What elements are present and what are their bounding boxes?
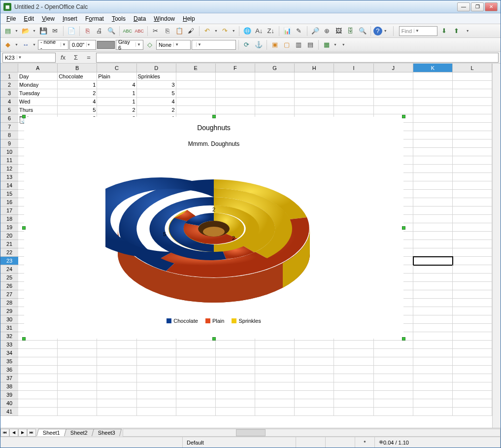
toolbar-overflow-icon[interactable]: ▼ xyxy=(341,43,346,46)
cell[interactable] xyxy=(413,282,453,290)
cell[interactable] xyxy=(137,341,176,349)
horizontal-scrollbar[interactable] xyxy=(123,429,501,437)
paste-button[interactable]: 📋 xyxy=(174,26,185,36)
menu-format[interactable]: Format xyxy=(81,14,108,23)
cell[interactable] xyxy=(295,382,334,391)
cell[interactable] xyxy=(255,341,295,349)
print-button[interactable]: 🖨 xyxy=(94,26,105,36)
find-replace-button[interactable]: 🔎 xyxy=(310,26,321,36)
cell[interactable] xyxy=(334,89,373,98)
row-header[interactable]: 33 xyxy=(0,341,18,349)
cell[interactable] xyxy=(295,408,334,416)
cell[interactable] xyxy=(176,81,216,89)
cell[interactable] xyxy=(374,72,413,81)
cell[interactable] xyxy=(453,366,492,374)
cell[interactable]: 2 xyxy=(58,89,97,98)
cell[interactable] xyxy=(295,366,334,374)
sum-button[interactable]: Σ xyxy=(70,52,81,63)
cell[interactable] xyxy=(137,399,176,408)
cell[interactable] xyxy=(453,274,492,282)
status-page-style[interactable]: Default xyxy=(183,437,296,448)
find-prev-button[interactable]: ⬇ xyxy=(439,26,450,36)
cell[interactable] xyxy=(413,248,453,257)
cell[interactable] xyxy=(176,408,216,416)
cell[interactable] xyxy=(97,391,136,399)
cell[interactable] xyxy=(453,315,492,324)
zoom-button[interactable]: 🔍 xyxy=(357,26,368,36)
gallery-button[interactable]: 🖼 xyxy=(334,26,344,36)
cell[interactable] xyxy=(216,391,255,399)
formula-input[interactable] xyxy=(96,53,499,63)
cell[interactable] xyxy=(453,139,492,148)
cell[interactable] xyxy=(216,382,255,391)
cell[interactable]: Sprinkles xyxy=(137,72,176,81)
menu-tools[interactable]: Tools xyxy=(108,14,130,23)
cell[interactable] xyxy=(413,123,453,131)
cell[interactable] xyxy=(58,357,97,366)
cell[interactable] xyxy=(374,366,413,374)
maximize-button[interactable]: ❐ xyxy=(471,2,484,11)
cell[interactable]: 5 xyxy=(137,89,176,98)
column-header[interactable]: K xyxy=(413,64,453,72)
cell[interactable] xyxy=(374,349,413,357)
cell[interactable] xyxy=(334,408,373,416)
cell[interactable] xyxy=(413,173,453,181)
toolbar-overflow-icon[interactable]: ▼ xyxy=(383,29,388,33)
row-header[interactable]: 10 xyxy=(0,148,18,156)
cell[interactable] xyxy=(97,382,136,391)
column-header[interactable]: L xyxy=(453,64,492,72)
cell[interactable] xyxy=(97,341,136,349)
export-pdf-button[interactable]: ⎘ xyxy=(82,26,93,36)
cell[interactable]: 1 xyxy=(58,81,97,89)
cell[interactable] xyxy=(413,382,453,391)
cell[interactable] xyxy=(413,156,453,165)
cell[interactable] xyxy=(18,391,58,399)
cell[interactable] xyxy=(334,349,373,357)
cell[interactable] xyxy=(334,399,373,408)
row-header[interactable]: 17 xyxy=(0,207,18,215)
cell[interactable]: 4 xyxy=(137,98,176,106)
cell[interactable] xyxy=(453,382,492,391)
cell[interactable] xyxy=(334,81,373,89)
row-header[interactable]: 6 xyxy=(0,114,18,123)
dropdown-arrow-icon[interactable]: ▼ xyxy=(14,29,19,33)
cell[interactable] xyxy=(334,374,373,382)
row-header[interactable]: 39 xyxy=(0,391,18,399)
cell[interactable] xyxy=(413,72,453,81)
cell[interactable] xyxy=(413,81,453,89)
row-header[interactable]: 2 xyxy=(0,81,18,89)
cell[interactable] xyxy=(295,399,334,408)
cell[interactable] xyxy=(176,366,216,374)
fill-style-combo[interactable]: None▼ xyxy=(156,40,191,50)
cell[interactable] xyxy=(453,290,492,299)
cell[interactable] xyxy=(453,207,492,215)
fill-value-combo[interactable]: ▼ xyxy=(192,40,236,50)
toolbar-overflow-icon[interactable]: ▼ xyxy=(465,29,470,33)
save-button[interactable]: 💾 xyxy=(38,26,49,36)
cell[interactable] xyxy=(453,374,492,382)
cell[interactable] xyxy=(295,391,334,399)
cell[interactable] xyxy=(453,332,492,341)
vertical-scrollbar[interactable] xyxy=(492,64,501,428)
cell[interactable]: 1 xyxy=(97,98,136,106)
cell[interactable] xyxy=(453,98,492,106)
cell[interactable] xyxy=(216,89,255,98)
row-header[interactable]: 25 xyxy=(0,274,18,282)
line-color-swatch[interactable] xyxy=(97,41,115,49)
cell[interactable] xyxy=(453,391,492,399)
cell[interactable] xyxy=(176,349,216,357)
send-back-button[interactable]: ▢ xyxy=(281,39,292,50)
new-doc-button[interactable]: ▤ xyxy=(2,26,13,36)
cell[interactable] xyxy=(18,349,58,357)
cell[interactable] xyxy=(255,357,295,366)
cell[interactable] xyxy=(255,408,295,416)
cell[interactable]: Chocolate xyxy=(58,72,97,81)
cell[interactable] xyxy=(137,366,176,374)
row-header[interactable]: 4 xyxy=(0,98,18,106)
cut-button[interactable]: ✂ xyxy=(150,26,161,36)
cell[interactable] xyxy=(334,366,373,374)
cell[interactable] xyxy=(295,374,334,382)
cell[interactable] xyxy=(453,123,492,131)
cell[interactable] xyxy=(137,357,176,366)
cell[interactable] xyxy=(374,399,413,408)
